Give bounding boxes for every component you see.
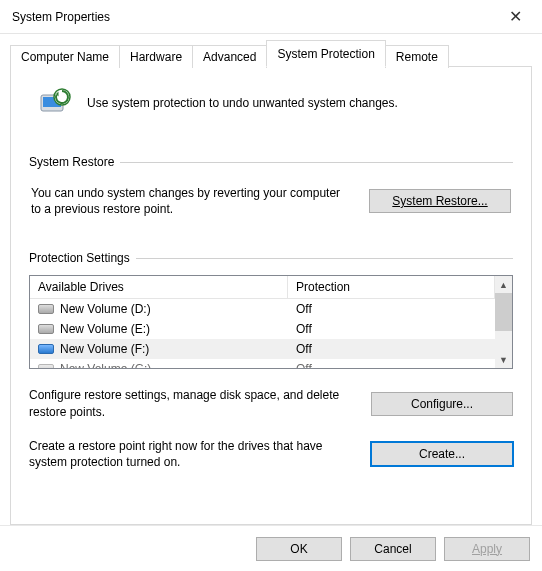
create-text: Create a restore point right now for the… (29, 438, 355, 470)
content-area: Computer Name Hardware Advanced System P… (0, 34, 542, 525)
ok-button[interactable]: OK (256, 537, 342, 561)
drive-row[interactable]: New Volume (F:) Off (30, 339, 495, 359)
drive-row[interactable]: New Volume (G:) Off (30, 359, 495, 368)
tab-remote[interactable]: Remote (385, 45, 449, 68)
configure-row: Configure restore settings, manage disk … (29, 387, 513, 419)
disk-icon (38, 364, 54, 368)
drive-protection: Off (288, 362, 495, 368)
group-title: System Restore (29, 155, 114, 169)
disk-icon (38, 324, 54, 334)
configure-text: Configure restore settings, manage disk … (29, 387, 355, 419)
button-label: Cancel (374, 542, 411, 556)
drive-name: New Volume (F:) (60, 342, 149, 356)
button-label: Apply (472, 542, 502, 556)
drive-name: New Volume (G:) (60, 362, 151, 368)
divider (120, 162, 513, 163)
tab-label: System Protection (277, 47, 374, 61)
system-restore-row: You can undo system changes by reverting… (29, 179, 513, 217)
dialog-button-bar: OK Cancel Apply (0, 525, 542, 571)
drives-listbox[interactable]: Available Drives Protection New Volume (… (29, 275, 513, 369)
titlebar: System Properties ✕ (0, 0, 542, 34)
scroll-up-button[interactable]: ▲ (495, 276, 512, 293)
button-label: System Restore... (392, 194, 487, 208)
button-label: Create... (419, 447, 465, 461)
button-label: Configure... (411, 397, 473, 411)
create-row: Create a restore point right now for the… (29, 438, 513, 470)
group-protection-settings-header: Protection Settings (29, 251, 513, 265)
tab-label: Remote (396, 50, 438, 64)
scroll-track[interactable] (495, 293, 512, 351)
drive-row[interactable]: New Volume (E:) Off (30, 319, 495, 339)
disk-icon (38, 304, 54, 314)
divider (136, 258, 513, 259)
tab-system-protection[interactable]: System Protection (266, 40, 385, 67)
group-title: Protection Settings (29, 251, 130, 265)
intro-row: Use system protection to undo unwanted s… (29, 79, 513, 139)
close-icon[interactable]: ✕ (501, 7, 530, 26)
tab-panel: Use system protection to undo unwanted s… (10, 66, 532, 525)
tab-label: Advanced (203, 50, 256, 64)
scrollbar[interactable]: ▲ ▼ (495, 276, 512, 368)
apply-button[interactable]: Apply (444, 537, 530, 561)
cancel-button[interactable]: Cancel (350, 537, 436, 561)
drive-row[interactable]: New Volume (D:) Off (30, 299, 495, 319)
button-label: OK (290, 542, 307, 556)
system-properties-window: System Properties ✕ Computer Name Hardwa… (0, 0, 542, 571)
drives-header: Available Drives Protection (30, 276, 495, 299)
group-system-restore-header: System Restore (29, 155, 513, 169)
tabstrip: Computer Name Hardware Advanced System P… (10, 40, 532, 67)
drives-list: Available Drives Protection New Volume (… (30, 276, 495, 368)
tab-label: Hardware (130, 50, 182, 64)
drive-name: New Volume (E:) (60, 322, 150, 336)
window-title: System Properties (12, 10, 501, 24)
system-restore-button[interactable]: System Restore... (369, 189, 511, 213)
create-button[interactable]: Create... (371, 442, 513, 466)
scroll-down-button[interactable]: ▼ (495, 351, 512, 368)
drive-protection: Off (288, 322, 495, 336)
column-header-protection[interactable]: Protection (288, 276, 495, 299)
drive-name: New Volume (D:) (60, 302, 151, 316)
system-restore-text: You can undo system changes by reverting… (31, 185, 353, 217)
drive-protection: Off (288, 302, 495, 316)
configure-button[interactable]: Configure... (371, 392, 513, 416)
tab-label: Computer Name (21, 50, 109, 64)
tab-hardware[interactable]: Hardware (119, 45, 193, 68)
tab-advanced[interactable]: Advanced (192, 45, 267, 68)
tab-computer-name[interactable]: Computer Name (10, 45, 120, 68)
disk-icon (38, 344, 54, 354)
scroll-thumb[interactable] (495, 293, 512, 331)
column-header-drives[interactable]: Available Drives (30, 276, 288, 299)
drive-protection: Off (288, 342, 495, 356)
intro-text: Use system protection to undo unwanted s… (87, 96, 398, 110)
system-protection-icon (37, 85, 73, 121)
